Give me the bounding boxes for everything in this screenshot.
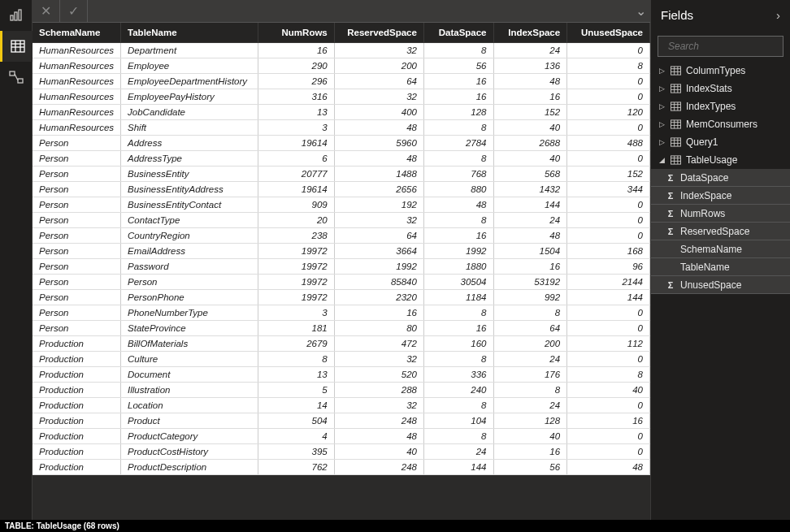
cell[interactable]: 120 bbox=[567, 105, 650, 120]
cell[interactable]: 0 bbox=[567, 89, 650, 105]
cell[interactable]: 909 bbox=[258, 197, 334, 213]
fields-table-item[interactable]: ◢TableUsage bbox=[651, 151, 790, 169]
fields-column-item[interactable]: ΣDataSpace bbox=[651, 169, 790, 187]
cell[interactable]: 2656 bbox=[334, 182, 423, 197]
cell[interactable]: 16 bbox=[423, 321, 493, 336]
cell[interactable]: 64 bbox=[334, 228, 423, 244]
cell[interactable]: 8 bbox=[423, 352, 493, 367]
cell[interactable]: 0 bbox=[567, 213, 650, 228]
table-row[interactable]: ProductionProductCategory4488400 bbox=[33, 429, 650, 444]
column-header[interactable]: IndexSpace bbox=[493, 23, 567, 43]
cell[interactable]: Password bbox=[121, 259, 258, 275]
cell[interactable]: 16 bbox=[423, 89, 493, 105]
cell[interactable]: 48 bbox=[423, 197, 493, 213]
cell[interactable]: 8 bbox=[423, 43, 493, 58]
cell[interactable]: 24 bbox=[493, 352, 567, 367]
cell[interactable]: CountryRegion bbox=[121, 228, 258, 244]
cell[interactable]: 16 bbox=[493, 89, 567, 105]
cell[interactable]: HumanResources bbox=[33, 58, 121, 74]
cell[interactable]: Production bbox=[33, 429, 121, 444]
cell[interactable]: 144 bbox=[423, 460, 493, 475]
cell[interactable]: 64 bbox=[334, 74, 423, 89]
cell[interactable]: 20 bbox=[258, 213, 334, 228]
cell[interactable]: 13 bbox=[258, 105, 334, 120]
cell[interactable]: 336 bbox=[423, 367, 493, 383]
cell[interactable]: 880 bbox=[423, 182, 493, 197]
cell[interactable]: ContactType bbox=[121, 213, 258, 228]
cell[interactable]: Person bbox=[33, 136, 121, 151]
table-row[interactable]: PersonEmailAddress19972366419921504168 bbox=[33, 244, 650, 259]
cell[interactable]: 1992 bbox=[423, 244, 493, 259]
cell[interactable]: 80 bbox=[334, 321, 423, 336]
cell[interactable]: 248 bbox=[334, 413, 423, 429]
cell[interactable]: 296 bbox=[258, 74, 334, 89]
table-row[interactable]: PersonAddress19614596027842688488 bbox=[33, 136, 650, 151]
cell[interactable]: 0 bbox=[567, 444, 650, 460]
cell[interactable]: 1504 bbox=[493, 244, 567, 259]
fields-table-item[interactable]: ▷IndexTypes bbox=[651, 97, 790, 115]
cell[interactable]: Person bbox=[33, 259, 121, 275]
cell[interactable]: 40 bbox=[334, 444, 423, 460]
table-row[interactable]: HumanResourcesShift3488400 bbox=[33, 120, 650, 136]
cell[interactable]: Address bbox=[121, 136, 258, 151]
cell[interactable]: 16 bbox=[423, 74, 493, 89]
cell[interactable]: 16 bbox=[493, 259, 567, 275]
cell[interactable]: Production bbox=[33, 460, 121, 475]
cell[interactable]: 1488 bbox=[334, 167, 423, 182]
cell[interactable]: BillOfMaterials bbox=[121, 336, 258, 352]
cell[interactable]: 32 bbox=[334, 213, 423, 228]
cell[interactable]: 0 bbox=[567, 43, 650, 58]
cell[interactable]: 16 bbox=[258, 43, 334, 58]
fields-column-item[interactable]: TableName bbox=[651, 258, 790, 276]
cell[interactable]: 40 bbox=[493, 151, 567, 167]
cell[interactable]: 24 bbox=[493, 398, 567, 413]
table-row[interactable]: PersonBusinessEntity207771488768568152 bbox=[33, 167, 650, 182]
table-row[interactable]: PersonBusinessEntityContact909192481440 bbox=[33, 197, 650, 213]
cell[interactable]: 8 bbox=[423, 213, 493, 228]
formula-commit-button[interactable]: ✓ bbox=[60, 0, 88, 22]
cell[interactable]: EmployeeDepartmentHistory bbox=[121, 74, 258, 89]
fields-search[interactable] bbox=[658, 36, 783, 57]
cell[interactable]: 1184 bbox=[423, 290, 493, 305]
cell[interactable]: Person bbox=[33, 167, 121, 182]
cell[interactable]: 48 bbox=[334, 429, 423, 444]
fields-table-item[interactable]: ▷Query1 bbox=[651, 133, 790, 151]
formula-input[interactable] bbox=[88, 0, 631, 22]
cell[interactable]: 3664 bbox=[334, 244, 423, 259]
cell[interactable]: 24 bbox=[493, 213, 567, 228]
cell[interactable]: BusinessEntityContact bbox=[121, 197, 258, 213]
cell[interactable]: 24 bbox=[493, 43, 567, 58]
cell[interactable]: 8 bbox=[493, 305, 567, 321]
cell[interactable]: 14 bbox=[258, 398, 334, 413]
cell[interactable]: 3 bbox=[258, 120, 334, 136]
table-row[interactable]: HumanResourcesEmployeeDepartmentHistory2… bbox=[33, 74, 650, 89]
cell[interactable]: HumanResources bbox=[33, 105, 121, 120]
cell[interactable]: Employee bbox=[121, 58, 258, 74]
table-row[interactable]: ProductionIllustration5288240840 bbox=[33, 383, 650, 398]
cell[interactable]: 104 bbox=[423, 413, 493, 429]
column-header[interactable]: TableName bbox=[121, 23, 258, 43]
cell[interactable]: 8 bbox=[423, 120, 493, 136]
cell[interactable]: Person bbox=[33, 290, 121, 305]
fields-table-item[interactable]: ▷ColumnTypes bbox=[651, 62, 790, 80]
cell[interactable]: 48 bbox=[493, 74, 567, 89]
cell[interactable]: 2320 bbox=[334, 290, 423, 305]
cell[interactable]: Illustration bbox=[121, 383, 258, 398]
cell[interactable]: StateProvince bbox=[121, 321, 258, 336]
cell[interactable]: Person bbox=[33, 228, 121, 244]
cell[interactable]: 395 bbox=[258, 444, 334, 460]
cell[interactable]: Production bbox=[33, 398, 121, 413]
cell[interactable]: 32 bbox=[334, 89, 423, 105]
table-row[interactable]: ProductionProductCostHistory3954024160 bbox=[33, 444, 650, 460]
cell[interactable]: 6 bbox=[258, 151, 334, 167]
cell[interactable]: 13 bbox=[258, 367, 334, 383]
cell[interactable]: 1432 bbox=[493, 182, 567, 197]
fields-column-item[interactable]: ΣNumRows bbox=[651, 205, 790, 223]
cell[interactable]: 288 bbox=[334, 383, 423, 398]
cell[interactable]: Production bbox=[33, 336, 121, 352]
cell[interactable]: 19972 bbox=[258, 259, 334, 275]
cell[interactable]: PersonPhone bbox=[121, 290, 258, 305]
cell[interactable]: Department bbox=[121, 43, 258, 58]
cell[interactable]: 40 bbox=[567, 383, 650, 398]
cell[interactable]: 32 bbox=[334, 352, 423, 367]
